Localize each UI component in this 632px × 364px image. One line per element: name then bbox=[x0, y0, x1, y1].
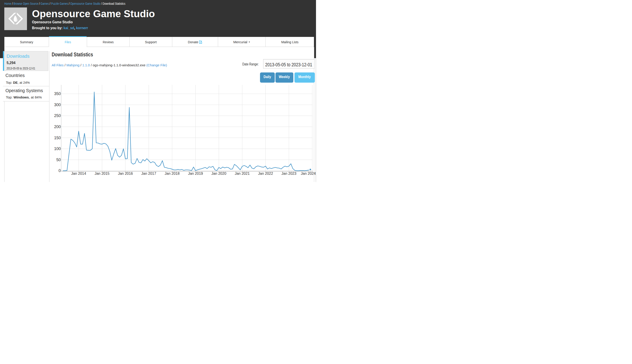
svg-text:Jan 2019: Jan 2019 bbox=[188, 172, 203, 176]
svg-text:250: 250 bbox=[54, 114, 61, 118]
svg-text:Jan 2024: Jan 2024 bbox=[301, 172, 316, 176]
svg-text:Jan 2022: Jan 2022 bbox=[258, 172, 273, 176]
svg-text:Jan 2016: Jan 2016 bbox=[118, 172, 133, 176]
svg-text:Jan 2020: Jan 2020 bbox=[211, 172, 226, 176]
svg-text:Jan 2021: Jan 2021 bbox=[235, 172, 250, 176]
svg-text:Jan 2017: Jan 2017 bbox=[141, 172, 156, 176]
svg-text:150: 150 bbox=[54, 136, 61, 140]
svg-text:350: 350 bbox=[54, 92, 61, 96]
svg-text:200: 200 bbox=[54, 124, 61, 129]
svg-text:100: 100 bbox=[54, 146, 61, 151]
svg-text:0: 0 bbox=[59, 168, 61, 173]
svg-text:Jan 2023: Jan 2023 bbox=[282, 172, 297, 176]
svg-text:50: 50 bbox=[57, 158, 61, 162]
svg-text:Jan 2014: Jan 2014 bbox=[71, 172, 86, 176]
svg-text:300: 300 bbox=[54, 102, 61, 107]
svg-text:Jan 2015: Jan 2015 bbox=[95, 172, 109, 176]
svg-text:Jan 2018: Jan 2018 bbox=[165, 172, 179, 176]
